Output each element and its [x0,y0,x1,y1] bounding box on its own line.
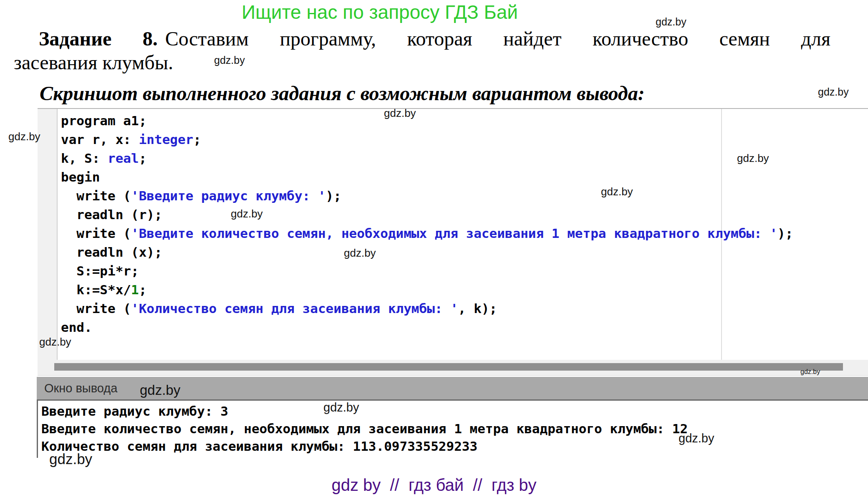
output-line: Введите количество семян, необходимых дл… [41,420,688,437]
code-token-plain: ); [326,188,341,203]
footer-keywords: gdz by // гдз бай // гдз by [0,476,868,495]
code-line: write ('Количество семян для засеивания … [61,299,793,318]
gdz-watermark: gdz.by [656,16,686,28]
code-token-plain: write ( [61,226,131,241]
code-token-plain: program a1; [61,113,146,128]
code-token-plain: ; [139,151,147,166]
code-token-plain: write ( [61,301,131,316]
gdz-watermark: gdz.by [344,247,376,260]
code-line: readln (r); [61,205,793,224]
code-token-type: real [108,151,139,166]
code-token-plain: ); [777,226,793,241]
code-token-str: 'Введите количество семян, необходимых д… [131,226,777,241]
code-line: write ('Введите радиус клумбу: '); [61,187,793,205]
gdz-watermark: gdz.by [384,107,416,120]
code-token-plain: ; [193,132,201,147]
output-line: Введите радиус клумбу: 3 [41,402,688,420]
horizontal-scrollbar[interactable] [38,360,868,375]
code-line: k, S: real; [61,149,793,168]
gdz-watermark: gdz.by [800,368,820,376]
gdz-watermark: gdz.by [8,130,40,143]
code-token-plain: readln (x); [61,245,162,260]
code-token-plain: begin [61,169,100,184]
gdz-watermark: gdz.by [140,382,180,398]
code-token-plain: ; [139,282,147,297]
code-token-plain: end. [61,320,92,335]
code-line: k:=S*x/1; [61,280,793,299]
task-number: Задание 8. [39,28,165,50]
scrollbar-thumb[interactable] [54,363,843,371]
code-token-str: 'Введите радиус клумбу: ' [131,188,326,203]
gdz-watermark: gdz.by [601,185,633,198]
code-token-plain: readln (r); [61,207,162,222]
gdz-watermark: gdz.by [737,152,769,165]
code-token-str: 'Количество семян для засеивания клумбы:… [131,301,458,316]
site-banner: Ищите нас по запросу ГДЗ Бай [0,1,760,23]
code-token-num: 1 [131,282,139,297]
code-token-plain: k, S: [61,151,108,166]
output-window-title: Окно вывода [44,381,117,395]
editor-gutter [38,109,58,360]
gdz-watermark: gdz.by [323,401,359,414]
code-line: var r, x: integer; [61,130,793,149]
code-token-plain: , k); [458,301,497,316]
gdz-watermark: gdz.by [818,86,849,98]
output-line: Количество семян для засеивания клумбы: … [41,437,688,455]
code-line: S:=pi*r; [61,262,793,280]
gdz-watermark: gdz.by [679,432,714,445]
screenshot-caption: Скриншот выполненного задания с возможны… [40,82,645,105]
code-token-type: integer [139,132,194,147]
task-paragraph-line1: Задание 8.Составим программу, которая на… [14,27,830,51]
code-line: readln (x); [61,243,793,262]
code-token-plain: write ( [61,188,131,203]
gdz-watermark: gdz.by [39,336,71,349]
gdz-watermark: gdz.by [49,451,92,467]
code-token-plain: var r, x: [61,132,139,147]
gdz-watermark: gdz.by [214,54,245,66]
code-editor-window[interactable]: program a1;var r, x: integer;k, S: real;… [38,108,868,376]
code-token-plain: S:=pi*r; [61,263,139,278]
task-paragraph-line2: засевания клумбы. [14,51,830,74]
code-line: program a1; [61,111,793,130]
code-line: begin [61,168,793,187]
output-window: Введите радиус клумбу: 3Введите количест… [37,399,868,458]
output-text-area: Введите радиус клумбу: 3Введите количест… [41,402,688,455]
page: Ищите нас по запросу ГДЗ Бай Задание 8.С… [0,0,868,495]
gdz-watermark: gdz.by [231,207,263,220]
code-area[interactable]: program a1;var r, x: integer;k, S: real;… [61,111,793,337]
task-text: Составим программу, которая найдет колич… [165,28,830,50]
code-token-plain: k:=S*x/ [61,282,131,297]
code-line: write ('Введите количество семян, необхо… [61,224,793,243]
code-line: end. [61,318,793,337]
